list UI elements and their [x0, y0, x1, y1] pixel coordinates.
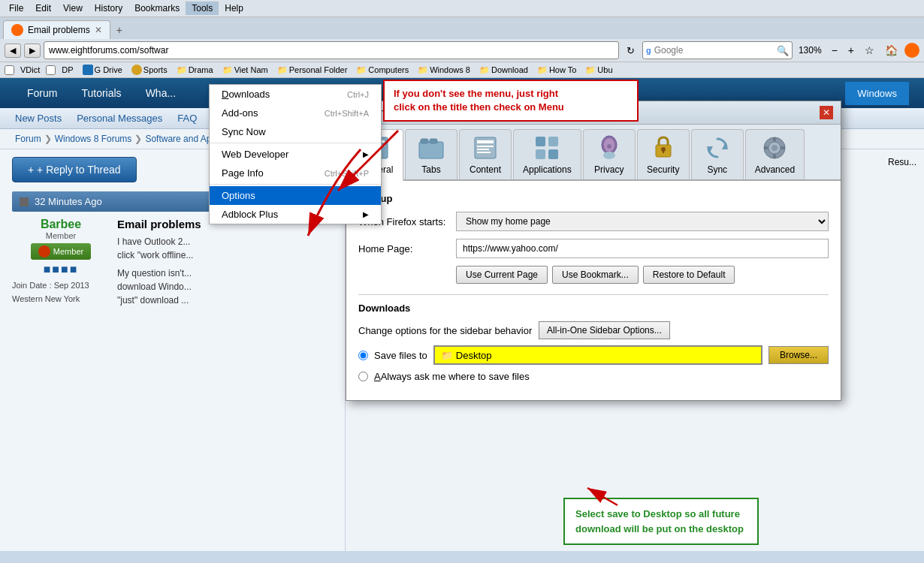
bookmark-gdrive[interactable]: G Drive — [80, 64, 125, 76]
always-ask-label: AAlways ask me where to save files — [374, 371, 530, 382]
new-tab-button[interactable]: + — [110, 23, 128, 38]
menu-sync-now[interactable]: Sync Now — [210, 122, 381, 141]
svg-rect-33 — [781, 146, 785, 149]
tooltip-line2: download will be put on the desktop — [575, 523, 744, 534]
tab-close-btn[interactable]: ✕ — [95, 25, 102, 35]
bookmark-howto[interactable]: 📁 How To — [534, 65, 579, 76]
breadcrumb-sep1: ❯ — [44, 134, 52, 144]
menu-help[interactable]: Help — [219, 2, 249, 15]
badge-icon — [38, 245, 50, 257]
bookmark-computers[interactable]: 📁 Computers — [353, 65, 412, 76]
webdev-arrow: ▶ — [363, 150, 369, 158]
username[interactable]: Barbee — [12, 218, 110, 231]
options-label: Options — [222, 190, 255, 201]
bookmark-vdict[interactable]: VDict — [17, 65, 43, 75]
menu-bookmarks[interactable]: Bookmarks — [128, 2, 186, 15]
bookmark-drama[interactable]: 📁 Drama — [174, 65, 216, 76]
svg-rect-14 — [536, 137, 545, 146]
sync-tab-label: Sync — [707, 164, 727, 175]
tab-privacy[interactable]: Privacy — [583, 129, 636, 179]
options-body: Startup When Firefox starts: Show my hom… — [346, 181, 841, 400]
menu-downloads[interactable]: Downloads Ctrl+J — [210, 85, 381, 104]
bookmark-dp[interactable]: DP — [59, 65, 76, 75]
tab-advanced[interactable]: Advanced — [745, 129, 805, 179]
page-area: Forum Tutorials Wha... Windows New Posts… — [0, 78, 924, 551]
options-dialog: Options ✕ General — [346, 101, 841, 401]
vdict-check[interactable] — [5, 65, 14, 75]
tab-security[interactable]: Security — [637, 129, 690, 179]
annotation-box-top: If you don't see the menu, just right cl… — [383, 80, 639, 122]
forward-button[interactable]: ▶ — [24, 44, 41, 58]
menu-page-info[interactable]: Page Info Ctrl+Shift+P — [210, 164, 381, 182]
reload-button[interactable]: ↻ — [622, 44, 639, 58]
restore-default-button[interactable]: Restore to Default — [643, 266, 735, 284]
svg-rect-12 — [477, 149, 489, 150]
when-starts-select[interactable]: Show my home page Show a blank page Show… — [456, 212, 829, 231]
folder-icon6: 📁 — [479, 65, 490, 75]
svg-rect-16 — [536, 149, 545, 159]
dialog-close-button[interactable]: ✕ — [820, 106, 833, 119]
when-starts-row: When Firefox starts: Show my home page S… — [358, 212, 829, 231]
use-current-page-button[interactable]: Use Current Page — [456, 266, 548, 284]
home-button[interactable]: 🏠 — [881, 43, 901, 58]
tab-sync[interactable]: Sync — [691, 129, 744, 179]
breadcrumb-win8[interactable]: Windows 8 Forums — [55, 134, 132, 144]
home-page-input[interactable] — [456, 239, 829, 258]
browser-tab[interactable]: Email problems ✕ — [3, 20, 110, 39]
use-bookmark-button[interactable]: Use Bookmark... — [552, 266, 639, 284]
menu-options[interactable]: Options — [210, 186, 381, 205]
menu-tools[interactable]: Tools — [186, 2, 219, 15]
address-bar[interactable] — [44, 41, 619, 59]
post-text-1: I have Outlook 2...click "work offline..… — [117, 235, 333, 262]
bookmark-star[interactable]: ☆ — [861, 43, 878, 58]
bookmark-ubu[interactable]: 📁 Ubu — [582, 65, 615, 76]
breadcrumb-forum[interactable]: Forum — [15, 134, 41, 144]
bookmark-download[interactable]: 📁 Download — [476, 65, 531, 76]
always-ask-radio[interactable] — [358, 372, 368, 381]
post-content: Email problems I have Outlook 2...click … — [117, 218, 333, 307]
sidebar-options-row: Change options for the sidebar behavior … — [358, 321, 829, 339]
google-icon: g — [646, 46, 651, 55]
save-location-display: 📁 Desktop — [433, 345, 762, 365]
menu-file[interactable]: File — [3, 2, 29, 15]
privacy-tab-icon — [596, 134, 623, 161]
back-button[interactable]: ◀ — [5, 44, 21, 58]
tab-tabs[interactable]: Tabs — [405, 129, 457, 179]
folder-icon4: 📁 — [356, 65, 367, 75]
sec-faq[interactable]: FAQ — [177, 113, 197, 124]
pageinfo-shortcut: Ctrl+Shift+P — [325, 169, 369, 178]
nav-forum[interactable]: Forum — [15, 78, 69, 108]
bookmark-vietnam[interactable]: 📁 Viet Nam — [219, 65, 271, 76]
browse-button[interactable]: Browse... — [768, 346, 829, 364]
menu-history[interactable]: History — [89, 2, 128, 15]
privacy-tab-label: Privacy — [594, 164, 624, 175]
sec-new-posts[interactable]: New Posts — [15, 113, 62, 124]
bookmark-sports[interactable]: Sports — [128, 64, 171, 76]
svg-rect-10 — [477, 140, 494, 143]
folder-icon8: 📁 — [585, 65, 596, 75]
home-page-label: Home Page: — [358, 243, 448, 254]
menu-web-developer[interactable]: Web Developer ▶ — [210, 145, 381, 164]
save-to-radio[interactable] — [358, 351, 368, 360]
menu-adblock[interactable]: Adblock Plus ▶ — [210, 205, 381, 224]
sidebar-options-button[interactable]: All-in-One Sidebar Options... — [539, 321, 670, 339]
bookmark-personal[interactable]: 📁 Personal Folder — [274, 65, 351, 76]
tools-dropdown-menu: Downloads Ctrl+J Add-ons Ctrl+Shift+A Sy… — [209, 84, 382, 224]
menu-addons[interactable]: Add-ons Ctrl+Shift+A — [210, 104, 381, 122]
nav-tutorials[interactable]: Tutorials — [69, 78, 133, 108]
menu-edit[interactable]: Edit — [29, 2, 57, 15]
menu-view[interactable]: View — [57, 2, 89, 15]
dp-check[interactable] — [46, 65, 56, 75]
reply-to-thread-button[interactable]: + + Reply to Thread — [12, 157, 137, 182]
zoom-plus[interactable]: + — [844, 43, 858, 58]
tab-applications[interactable]: Applications — [513, 129, 581, 179]
nav-what[interactable]: Wha... — [134, 78, 188, 108]
search-input[interactable] — [651, 45, 777, 56]
options-tabs: General Tabs — [346, 125, 841, 181]
tab-content[interactable]: Content — [459, 129, 512, 179]
zoom-minus[interactable]: − — [828, 43, 841, 58]
bookmark-win8[interactable]: 📁 Windows 8 — [415, 65, 473, 76]
search-btn[interactable]: 🔍 — [777, 45, 789, 56]
windows-btn[interactable]: Windows — [845, 82, 909, 105]
sec-personal-messages[interactable]: Personal Messages — [77, 113, 162, 124]
